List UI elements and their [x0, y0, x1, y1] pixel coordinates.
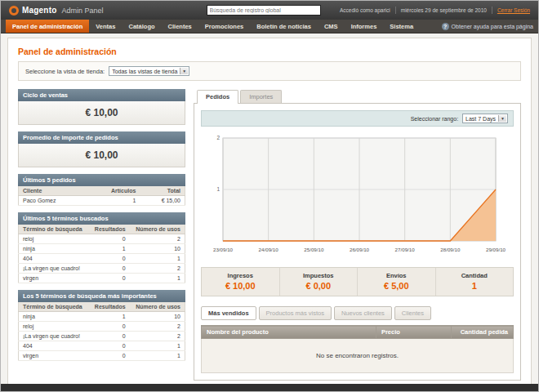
- cell: 10: [130, 244, 185, 254]
- cell: 1: [89, 244, 130, 254]
- cell: ninja: [19, 244, 89, 254]
- cell: reloj: [19, 322, 89, 332]
- table-row: 40401: [19, 341, 185, 351]
- range-select[interactable]: Last 7 Days ▼: [462, 114, 508, 123]
- lifetime-sales-panel: Ciclo de ventas € 10,00: [18, 89, 185, 125]
- stat: Cantidad1: [435, 268, 514, 296]
- table-row: virgen01: [19, 351, 185, 361]
- cell: 2: [130, 264, 185, 274]
- top-search-table: Término de búsquedaResultadosNúmero de u…: [18, 302, 185, 361]
- divider: [492, 7, 492, 14]
- stat-label: Ingresos: [202, 272, 279, 279]
- magento-logo-icon: [9, 6, 19, 16]
- magento-admin-window: Magento Admin Panel Accedió como aparici…: [0, 0, 539, 392]
- table-row: ¡La virgen que cuadro!02: [19, 332, 185, 341]
- cell: 10: [130, 312, 185, 322]
- global-search-input[interactable]: [207, 5, 321, 16]
- cell: 0: [89, 341, 130, 351]
- header-right: Accedió como aparici miércoles 29 de sep…: [340, 7, 530, 14]
- chart-tabs: Pedidos Importes: [194, 89, 521, 103]
- cell: 2: [130, 234, 185, 244]
- orders-chart: 1223/09/1024/09/1025/09/1026/09/1027/09/…: [201, 133, 514, 261]
- svg-text:23/09/10: 23/09/10: [212, 247, 233, 252]
- divider: [395, 7, 396, 14]
- store-view-row: Seleccione la vista de tienda: Todas las…: [18, 61, 521, 81]
- cell: 0: [89, 332, 130, 341]
- products-table: Nombre del productoPrecioCantidad pedida: [201, 325, 514, 339]
- cell: virgen: [19, 351, 89, 361]
- footer-bar: [1, 384, 538, 391]
- table-row: ninja110: [19, 312, 185, 322]
- column-header: Cantidad pedida: [451, 326, 513, 339]
- help-link[interactable]: ? Obtener ayuda para esta página: [442, 20, 533, 33]
- stat-value: € 10,00: [202, 281, 279, 291]
- tab-importes[interactable]: Importes: [240, 90, 282, 103]
- stat-value: 1: [436, 281, 514, 291]
- table-row: ¡La virgen que cuadro!02: [19, 264, 185, 274]
- dashboard-card: Panel de administración Seleccione la vi…: [7, 38, 532, 391]
- report-tabs: Más vendidosProductos más vistosNuevos c…: [201, 306, 514, 320]
- report-tab[interactable]: Más vendidos: [201, 306, 256, 320]
- help-icon: ?: [442, 23, 449, 30]
- stat-label: Impuestos: [280, 272, 358, 279]
- last-orders-panel: Últimos 5 pedidos ClienteArtículosTotalP…: [18, 174, 185, 206]
- cell: ¡La virgen que cuadro!: [19, 332, 89, 341]
- header-row: Término de búsquedaResultadosNúmero de u…: [19, 302, 185, 312]
- cell: virgen: [19, 274, 89, 283]
- cell: € 15,00: [140, 196, 185, 206]
- column-header: Número de usos: [130, 302, 185, 312]
- average-orders-value: € 10,00: [18, 144, 185, 167]
- range-value: Last 7 Days: [466, 116, 496, 122]
- stat-value: € 0,00: [280, 281, 358, 291]
- cell: 1: [130, 351, 185, 361]
- column-header: Número de usos: [130, 225, 185, 234]
- logo-suffix: Admin Panel: [62, 7, 104, 15]
- lifetime-sales-value: € 10,00: [18, 101, 185, 125]
- nav-item[interactable]: Boletín de noticias: [250, 20, 318, 33]
- column-header: Total: [140, 186, 185, 196]
- cell: 404: [19, 341, 89, 351]
- nav-item[interactable]: Clientes: [162, 20, 198, 33]
- svg-text:2: 2: [216, 135, 220, 140]
- logo-text: Magento: [22, 6, 57, 15]
- logout-link[interactable]: Cerrar Sesión: [497, 7, 530, 13]
- top-search-panel: Los 5 términos de búsqueda más important…: [18, 290, 185, 361]
- dashboard-columns: Ciclo de ventas € 10,00 Promedio de impo…: [18, 89, 521, 381]
- cell: 2: [130, 322, 185, 332]
- table-row: Paco Gomez1€ 15,00: [19, 196, 185, 206]
- store-view-label: Seleccione la vista de tienda:: [25, 68, 105, 75]
- svg-text:27/09/10: 27/09/10: [394, 247, 415, 252]
- cell: 1: [130, 254, 185, 264]
- main-nav: Panel de administraciónVentasCatálogoCli…: [1, 20, 538, 33]
- cell: 0: [89, 322, 130, 332]
- nav-item[interactable]: Informes: [345, 20, 384, 33]
- nav-item[interactable]: CMS: [318, 20, 345, 33]
- report-tab[interactable]: Clientes: [394, 306, 431, 320]
- tab-pedidos[interactable]: Pedidos: [197, 90, 238, 104]
- column-header: Cliente: [19, 186, 87, 196]
- nav-item[interactable]: Sistema: [383, 20, 420, 33]
- stat-value: € 5,00: [358, 281, 435, 291]
- cell: 404: [19, 254, 89, 264]
- report-tab[interactable]: Productos más vistos: [259, 306, 332, 320]
- last-search-panel: Últimos 5 términos buscados Término de b…: [18, 212, 185, 283]
- panel-title: Promedio de importe de pedidos: [18, 131, 185, 144]
- column-header: Resultados: [89, 225, 130, 234]
- cell: reloj: [19, 234, 89, 244]
- store-view-select[interactable]: Todas las vistas de tienda ▼: [109, 66, 189, 76]
- report-tab[interactable]: Nuevos clientes: [334, 306, 392, 320]
- totals-bar: Ingresos€ 10,00Impuestos€ 0,00Envíos€ 5,…: [201, 267, 514, 296]
- svg-text:1: 1: [216, 186, 220, 192]
- column-header: Nombre del producto: [202, 326, 376, 339]
- magento-logo: Magento Admin Panel: [9, 6, 104, 16]
- orders-chart-svg: 1223/09/1024/09/1025/09/1026/09/1027/09/…: [207, 133, 509, 257]
- empty-records-message: No se encontraron registros.: [201, 339, 514, 373]
- nav-item[interactable]: Ventas: [89, 20, 122, 33]
- nav-item[interactable]: Panel de administración: [6, 20, 89, 33]
- nav-item[interactable]: Catálogo: [122, 20, 161, 33]
- column-header: Término de búsqueda: [19, 225, 89, 234]
- store-view-value: Todas las vistas de tienda: [112, 69, 177, 74]
- page-title: Panel de administración: [18, 45, 521, 61]
- nav-item[interactable]: Promociones: [198, 20, 251, 33]
- header-row: Nombre del productoPrecioCantidad pedida: [202, 326, 514, 339]
